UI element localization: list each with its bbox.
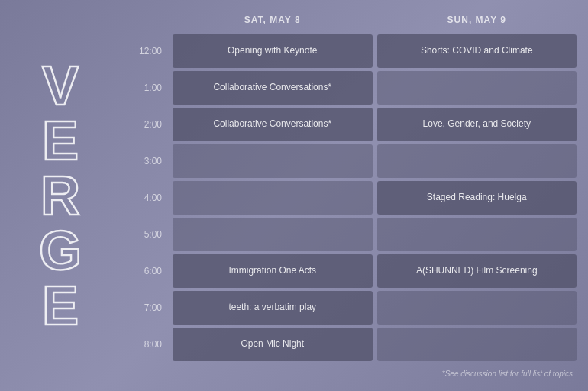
schedule-row: 2:00Collaborative Conversations*Love, Ge… xyxy=(122,108,577,141)
schedule-row: 4:00Staged Reading: Huelga xyxy=(122,181,577,215)
sat-cell-7: teeth: a verbatim play xyxy=(173,291,373,325)
verge-letter-r: R xyxy=(40,168,82,223)
schedule-row: 12:00Opening with KeynoteShorts: COVID a… xyxy=(122,34,577,68)
schedule-row: 7:00teeth: a verbatim play xyxy=(122,291,577,325)
verge-letter-v: V xyxy=(42,58,80,113)
footnote: *See discussion list for full list of to… xyxy=(442,370,573,378)
verge-letter-e2: E xyxy=(42,278,80,333)
schedule-row: 6:00Immigration One ActsA(SHUNNED) Film … xyxy=(122,254,577,288)
schedule-header: SAT, MAY 8 SUN, MAY 9 xyxy=(122,11,577,31)
sat-cell-0: Opening with Keynote xyxy=(173,34,373,68)
sat-cell-3 xyxy=(173,144,373,178)
sun-cell-0: Shorts: COVID and Climate xyxy=(377,34,577,68)
sun-cell-7 xyxy=(377,291,577,325)
verge-letter-g: G xyxy=(39,223,83,278)
schedule-row: 5:00 xyxy=(122,218,577,251)
time-label-5: 5:00 xyxy=(122,229,168,240)
time-label-4: 4:00 xyxy=(122,192,168,203)
schedule-rows: 12:00Opening with KeynoteShorts: COVID a… xyxy=(122,34,577,361)
time-label-6: 6:00 xyxy=(122,266,168,276)
sat-cell-8: Open Mic Night xyxy=(173,328,373,361)
verge-logo: V E R G E xyxy=(15,15,107,376)
time-label-7: 7:00 xyxy=(122,302,168,313)
time-label-8: 8:00 xyxy=(122,339,168,350)
sun-header: SUN, MAY 9 xyxy=(377,11,577,28)
sun-cell-3 xyxy=(377,144,577,178)
sat-cell-2: Collaborative Conversations* xyxy=(173,108,373,141)
sun-cell-2: Love, Gender, and Society xyxy=(377,108,577,141)
sat-cell-5 xyxy=(173,218,373,251)
schedule-row: 8:00Open Mic Night xyxy=(122,328,577,361)
sat-cell-6: Immigration One Acts xyxy=(173,254,373,288)
sun-cell-1 xyxy=(377,71,577,105)
sat-cell-1: Collaborative Conversations* xyxy=(173,71,373,105)
sat-header: SAT, MAY 8 xyxy=(173,11,373,28)
sat-cell-4 xyxy=(173,181,373,215)
schedule-row: 1:00Collaborative Conversations* xyxy=(122,71,577,105)
time-label-2: 2:00 xyxy=(122,119,168,130)
time-label-3: 3:00 xyxy=(122,156,168,166)
time-label-0: 12:00 xyxy=(122,46,168,57)
sun-cell-5 xyxy=(377,218,577,251)
schedule-row: 3:00 xyxy=(122,144,577,178)
time-label-1: 1:00 xyxy=(122,82,168,93)
schedule-container: SAT, MAY 8 SUN, MAY 9 12:00Opening with … xyxy=(122,11,577,380)
verge-letter-e1: E xyxy=(42,113,80,168)
sun-cell-8 xyxy=(377,328,577,361)
sun-cell-6: A(SHUNNED) Film Screening xyxy=(377,254,577,288)
sun-cell-4: Staged Reading: Huelga xyxy=(377,181,577,215)
